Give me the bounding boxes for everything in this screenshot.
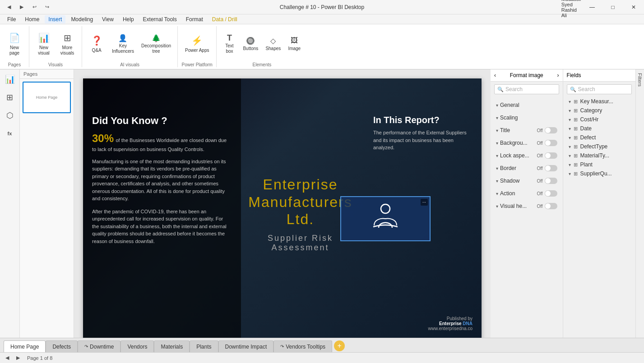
format-row-general[interactable]: ▾ General: [491, 99, 563, 111]
canvas-scroll[interactable]: Supplier Quality Report / Mudassir Ali /…: [74, 69, 491, 338]
image-btn[interactable]: 🖼 Image: [285, 33, 303, 53]
format-panel-back[interactable]: ‹: [494, 72, 496, 78]
expand-defect[interactable]: ▾: [569, 135, 571, 140]
expand-key-measure[interactable]: ▾: [569, 99, 571, 104]
expand-category[interactable]: ▾: [569, 108, 571, 113]
field-supplier-quality[interactable]: ▾ ⊞ SupplierQu...: [563, 169, 636, 178]
expand-date[interactable]: ▾: [569, 126, 571, 131]
tab-vendors-tooltips[interactable]: ↷ Vendors Tooltips: [273, 340, 332, 352]
undo-btn[interactable]: ↩: [29, 2, 40, 13]
tab-downtime-impact[interactable]: Downtime Impact: [218, 340, 274, 352]
redo-btn[interactable]: ↪: [42, 2, 52, 13]
field-cost-hr[interactable]: ▾ ⊞ Cost/Hr: [563, 115, 636, 124]
format-row-shadow[interactable]: ▾ Shadow Off: [491, 175, 563, 187]
menu-data-drill[interactable]: Data / Drill: [208, 15, 241, 23]
field-material-type[interactable]: ▾ ⊞ MaterialTy...: [563, 151, 636, 160]
tab-plants[interactable]: Plants: [190, 340, 218, 352]
field-plant[interactable]: ▾ ⊞ Plant: [563, 160, 636, 169]
toggle-visual-header[interactable]: Off: [537, 203, 557, 209]
expand-general[interactable]: ▾: [496, 103, 498, 108]
format-row-scaling[interactable]: ▾ Scaling: [491, 111, 563, 124]
page-thumb-1[interactable]: Home Page: [23, 82, 71, 113]
toggle-action[interactable]: Off: [537, 190, 557, 197]
expand-material[interactable]: ▾: [569, 153, 571, 158]
maximize-btn[interactable]: □: [602, 0, 623, 14]
field-defect[interactable]: ▾ ⊞ Defect: [563, 133, 636, 142]
data-view-icon[interactable]: ⊞: [2, 89, 18, 106]
expand-title[interactable]: ▾: [496, 128, 498, 133]
forward-btn[interactable]: ▶: [16, 2, 27, 13]
expand-background[interactable]: ▾: [496, 141, 498, 146]
more-visuals-btn[interactable]: ⊞ Morevisuals: [56, 28, 78, 59]
fields-search-box[interactable]: 🔍 Search: [567, 84, 632, 94]
key-influencers-btn[interactable]: 👤 KeyInfluencers: [109, 31, 137, 56]
back-btn[interactable]: ◀: [4, 2, 14, 13]
toggle-shadow[interactable]: Off: [537, 178, 557, 184]
selected-image-element[interactable]: ···: [340, 196, 431, 241]
tab-defects[interactable]: Defects: [46, 340, 78, 352]
tab-downtime[interactable]: ↷ Downtime: [78, 340, 120, 352]
expand-lock[interactable]: ▾: [496, 153, 498, 158]
toggle-border-track[interactable]: [545, 165, 557, 171]
field-category[interactable]: ▾ ⊞ Category: [563, 106, 636, 115]
minimize-btn[interactable]: —: [582, 0, 602, 14]
field-date[interactable]: ▾ ⊞ Date: [563, 124, 636, 133]
format-panel-forward[interactable]: ›: [557, 72, 559, 78]
menu-view[interactable]: View: [98, 15, 117, 23]
new-page-btn[interactable]: 📄 Newpage: [4, 28, 25, 59]
format-search-box[interactable]: 🔍 Search: [494, 84, 559, 94]
field-defect-type[interactable]: ▾ ⊞ DefectType: [563, 142, 636, 151]
expand-scaling[interactable]: ▾: [496, 115, 498, 120]
toggle-border[interactable]: Off: [537, 165, 557, 171]
toggle-action-track[interactable]: [545, 190, 557, 197]
page-nav-left[interactable]: ◀: [5, 355, 9, 361]
expand-defect-type[interactable]: ▾: [569, 144, 571, 149]
filters-label[interactable]: Filters: [637, 73, 643, 87]
page-nav-right[interactable]: ▶: [16, 355, 20, 361]
format-row-border[interactable]: ▾ Border Off: [491, 162, 563, 175]
menu-file[interactable]: File: [4, 15, 19, 23]
menu-external-tools[interactable]: External Tools: [139, 15, 181, 23]
toggle-shadow-track[interactable]: [545, 178, 557, 184]
expand-plant[interactable]: ▾: [569, 162, 571, 167]
dax-view-icon[interactable]: fx: [2, 125, 18, 142]
format-row-action[interactable]: ▾ Action Off: [491, 187, 563, 200]
expand-shadow[interactable]: ▾: [496, 179, 498, 184]
format-row-title[interactable]: ▾ Title Off: [491, 124, 563, 137]
menu-home[interactable]: Home: [21, 15, 43, 23]
new-visual-btn[interactable]: 📊 Newvisual: [33, 28, 55, 59]
decomposition-tree-btn[interactable]: 🌲 Decompositiontree: [139, 31, 174, 56]
expand-supplier[interactable]: ▾: [569, 171, 571, 176]
format-row-lock-aspect[interactable]: ▾ Lock aspe... Off: [491, 149, 563, 162]
menu-insert[interactable]: Insert: [45, 15, 65, 23]
toggle-background[interactable]: Off: [537, 140, 557, 146]
buttons-btn[interactable]: 🔘 Buttons: [240, 33, 261, 53]
format-row-background[interactable]: ▾ Backgrou... Off: [491, 137, 563, 149]
add-tab-button[interactable]: +: [334, 340, 345, 351]
menu-format[interactable]: Format: [182, 15, 207, 23]
toggle-lock[interactable]: Off: [537, 152, 557, 159]
power-apps-btn[interactable]: ⚡ Power Apps: [181, 31, 213, 56]
expand-cost-hr[interactable]: ▾: [569, 117, 571, 122]
toggle-vh-track[interactable]: [545, 203, 557, 209]
expand-border[interactable]: ▾: [496, 166, 498, 171]
toggle-title-track[interactable]: [545, 127, 557, 133]
expand-action[interactable]: ▾: [496, 191, 498, 196]
text-box-btn[interactable]: T Textbox: [220, 31, 238, 56]
field-key-measure[interactable]: ▾ ⊞ Key Measur...: [563, 97, 636, 106]
tab-materials[interactable]: Materials: [154, 340, 190, 352]
toggle-bg-track[interactable]: [545, 140, 557, 146]
close-btn[interactable]: ✕: [623, 0, 644, 14]
toggle-title[interactable]: Off: [537, 127, 557, 133]
toggle-lock-track[interactable]: [545, 152, 557, 159]
menu-modeling[interactable]: Modeling: [67, 15, 97, 23]
expand-visual-header[interactable]: ▾: [496, 204, 498, 209]
model-view-icon[interactable]: ⬡: [2, 107, 18, 124]
tab-home-page[interactable]: Home Page: [4, 340, 46, 352]
menu-help[interactable]: Help: [119, 15, 138, 23]
report-view-icon[interactable]: 📊: [2, 71, 18, 87]
shapes-btn[interactable]: ◇ Shapes: [263, 33, 283, 53]
qa-btn[interactable]: ❓ Q&A: [86, 31, 107, 56]
tab-vendors[interactable]: Vendors: [120, 340, 154, 352]
format-row-visual-header[interactable]: ▾ Visual he... Off: [491, 200, 563, 212]
